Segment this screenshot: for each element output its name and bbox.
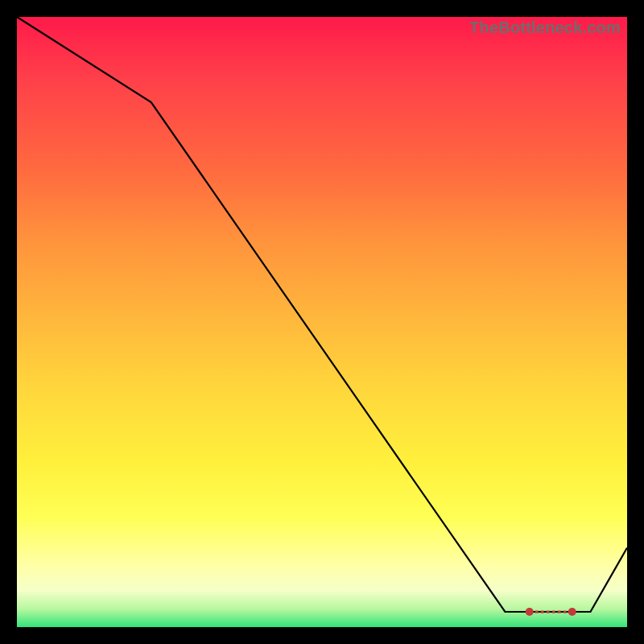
series-curve bbox=[17, 17, 627, 612]
chart-svg bbox=[17, 17, 627, 627]
marker-dot-1 bbox=[568, 608, 576, 616]
marker-dot-0 bbox=[526, 608, 534, 616]
chart-plot-area: TheBottleneck.com bbox=[17, 17, 627, 627]
chart-frame: TheBottleneck.com bbox=[0, 0, 644, 644]
curve-line bbox=[17, 17, 627, 612]
